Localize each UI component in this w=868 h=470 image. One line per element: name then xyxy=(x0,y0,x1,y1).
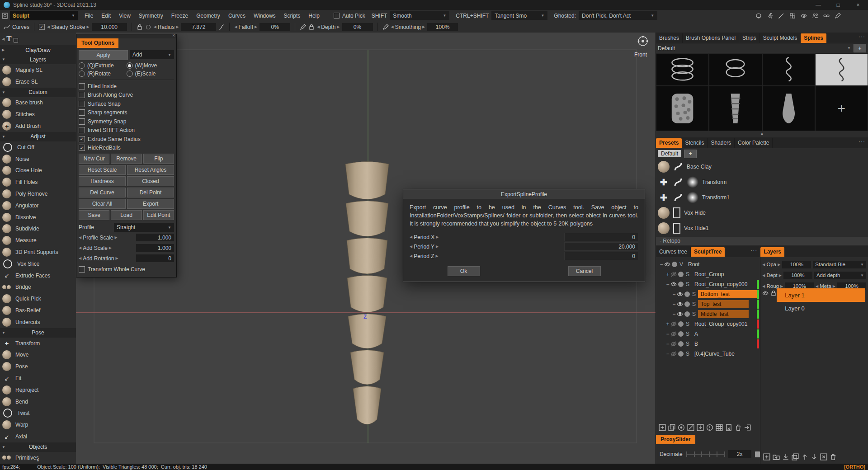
preset-item-transform[interactable]: ✚Transform xyxy=(656,174,868,190)
surface-mode-icon[interactable]: S xyxy=(691,311,697,317)
preset-item-base-clay[interactable]: Base Clay xyxy=(656,159,868,174)
view-orientation-label[interactable]: Front xyxy=(634,52,647,58)
pen-icon[interactable] xyxy=(835,13,841,19)
surface-mode-icon[interactable]: V xyxy=(679,261,684,268)
tree-row-top-test[interactable]: −STop_test xyxy=(656,299,760,309)
falloff-curve-icon[interactable] xyxy=(218,24,225,30)
tree-row-0-4-curve-tube[interactable]: −S[0.4]Curve_Tube xyxy=(656,349,760,359)
sculpt-segment[interactable] xyxy=(348,314,386,349)
radio-e-scale[interactable]: (E)Scale xyxy=(127,70,175,77)
radius-stepper[interactable]: ◀Radius▶ xyxy=(154,24,179,30)
maximize-button[interactable]: □ xyxy=(828,0,848,10)
tab-presets[interactable]: Presets xyxy=(656,138,682,148)
tab-splines[interactable]: Splines xyxy=(801,33,826,43)
splines-group-value[interactable]: Default xyxy=(658,45,675,52)
load-button[interactable]: Load xyxy=(111,210,142,220)
ctrl-shift-action-dropdown[interactable]: Tangent Smo ▼ xyxy=(491,11,547,20)
sidebar-item-bend[interactable]: Bend xyxy=(0,396,76,408)
sculpt-segment[interactable] xyxy=(350,350,384,385)
minimize-button[interactable]: — xyxy=(808,0,828,10)
sidebar-item-erase-sl[interactable]: Erase SL xyxy=(0,76,76,88)
volume-type-icon[interactable] xyxy=(678,272,684,277)
eye-icon[interactable] xyxy=(677,311,683,317)
add-rotation-value[interactable]: 0 xyxy=(136,254,174,262)
volume-type-icon[interactable] xyxy=(684,301,690,307)
steady-stroke-value[interactable]: 10.000 xyxy=(92,23,127,31)
auto-pick-checkbox[interactable] xyxy=(334,13,340,19)
panel-menu-icon[interactable]: ··· xyxy=(859,33,865,40)
layers-uparrow-icon[interactable] xyxy=(801,453,808,461)
expand-icon[interactable]: + xyxy=(665,321,670,327)
sidebar-item-add-brush[interactable]: +Add Brush xyxy=(0,120,76,132)
menu-freeze[interactable]: Freeze xyxy=(167,13,192,19)
remove-button[interactable]: Remove xyxy=(111,154,142,164)
tab-tool-options[interactable]: Tool Options xyxy=(77,38,118,48)
menu-scripts[interactable]: Scripts xyxy=(280,13,305,19)
depth-blend-dropdown[interactable]: Add depth▼ xyxy=(814,272,866,279)
layer-lock-icon[interactable] xyxy=(770,290,777,296)
transform-whole-curve-checkbox[interactable] xyxy=(79,266,85,273)
collapse-icon[interactable]: − xyxy=(665,331,670,337)
menu-windows[interactable]: Windows xyxy=(250,13,280,19)
surface-mode-icon[interactable]: S xyxy=(685,281,690,287)
menu-view[interactable]: View xyxy=(115,13,135,19)
sidebar-item-angulator[interactable]: Angulator xyxy=(0,200,76,212)
section-header-layers[interactable]: ▼Layers xyxy=(0,55,76,64)
tree-exitarrow-icon[interactable] xyxy=(744,424,751,431)
eyeball-icon[interactable] xyxy=(801,13,807,19)
section-header-objects[interactable]: ▼Objects xyxy=(0,442,76,452)
eye-off-icon[interactable] xyxy=(670,341,677,347)
blend-mode-dropdown[interactable]: Standard Ble▼ xyxy=(813,261,866,268)
tree-importbox-icon[interactable] xyxy=(697,424,704,431)
current-tool-indicator[interactable]: ◀ T xyxy=(0,33,76,45)
volume-type-icon[interactable] xyxy=(678,341,684,347)
tree-row-root-group[interactable]: +SRoot_Group xyxy=(656,269,760,279)
menu-help[interactable]: Help xyxy=(304,13,324,19)
sculpt-segment[interactable] xyxy=(346,201,388,237)
sidebar-item-stitches[interactable]: Stitches xyxy=(0,108,76,120)
sculpt-segment[interactable] xyxy=(347,276,387,313)
tree-slashbox-icon[interactable] xyxy=(687,424,694,431)
tab-strips[interactable]: Strips xyxy=(739,33,760,43)
lock-icon[interactable] xyxy=(308,24,315,30)
reset-angles-button[interactable]: Reset Angles xyxy=(127,165,174,175)
tree-trash-icon[interactable] xyxy=(735,424,742,431)
collapse-icon[interactable]: − xyxy=(659,261,664,268)
checker-icon[interactable] xyxy=(789,13,796,19)
eye-icon[interactable] xyxy=(670,281,677,287)
retopo-section-bar[interactable]: - Retopo xyxy=(656,237,868,245)
volume-type-icon[interactable] xyxy=(684,311,690,317)
menu-edit[interactable]: Edit xyxy=(97,13,115,19)
menu-curves[interactable]: Curves xyxy=(224,13,250,19)
layers-copy-icon[interactable] xyxy=(792,453,799,461)
section-header-custom[interactable]: ▼Custom xyxy=(0,88,76,97)
sidebar-item-reproject[interactable]: Reproject xyxy=(0,384,76,396)
depth-opacity-stepper[interactable]: ◀Dept▶ xyxy=(762,273,782,278)
volume-type-icon[interactable] xyxy=(672,262,677,267)
sidebar-item-transform[interactable]: +Transform xyxy=(0,338,76,349)
surface-mode-icon[interactable]: S xyxy=(691,291,697,297)
check-sharp-segments[interactable]: Sharp segments xyxy=(79,108,174,118)
collapse-up-icon[interactable]: ▲ xyxy=(656,131,868,136)
radius-value[interactable]: 7.872 xyxy=(181,23,216,31)
tree-row-b[interactable]: −SB xyxy=(656,339,760,349)
decimate-slider[interactable] xyxy=(686,451,724,457)
camera-gizmo-icon[interactable] xyxy=(636,34,650,48)
add-mode-dropdown[interactable]: Add ▼ xyxy=(130,50,174,59)
layer-visibility-icon[interactable] xyxy=(762,290,769,296)
collapse-icon[interactable]: − xyxy=(665,281,670,287)
period-y-value[interactable]: 20.000 xyxy=(564,242,638,251)
tree-copy-icon[interactable] xyxy=(668,424,675,431)
spline-thumbnail-screw-twist[interactable] xyxy=(709,86,762,131)
tab-color-palette[interactable]: Color Palette xyxy=(735,138,773,148)
del-point-button[interactable]: Del Point xyxy=(127,188,174,197)
collapse-icon[interactable]: − xyxy=(671,301,677,307)
surface-mode-icon[interactable]: S xyxy=(685,341,690,347)
surface-mode-icon[interactable]: S xyxy=(691,301,697,307)
profile-scale-value[interactable]: 1.000 xyxy=(136,234,174,241)
sphere-icon[interactable] xyxy=(755,13,762,19)
check-hideredballs[interactable]: HideRedBalls xyxy=(79,144,174,153)
check-invert-shift-action[interactable]: Invert SHIFT Action xyxy=(79,126,174,135)
menu-symmetry[interactable]: Symmetry xyxy=(135,13,167,19)
preset-item-vox-hide[interactable]: Vox Hide xyxy=(656,205,868,221)
